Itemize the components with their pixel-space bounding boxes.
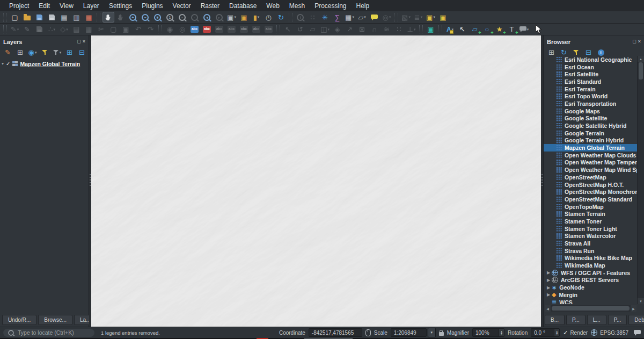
browser-item[interactable]: Mapzen Global Terrain (544, 144, 637, 152)
expand-icon[interactable]: ▶ (547, 278, 552, 283)
menu-mesh[interactable]: Mesh (284, 2, 310, 10)
scale-combobox[interactable]: 1:206849 (391, 328, 427, 337)
menu-edit[interactable]: Edit (34, 2, 55, 10)
survey-tool-icon[interactable]: ⊥▾ (406, 24, 418, 35)
label-config-1-icon[interactable]: abc (214, 24, 225, 35)
field-calculator-icon[interactable]: ▦ (83, 24, 95, 35)
left-dock-tab[interactable]: Browse... (38, 315, 72, 325)
browser-item[interactable]: ▶ArcGIS REST Servers (544, 277, 637, 284)
menu-raster[interactable]: Raster (196, 2, 224, 10)
grid-options-icon[interactable]: ∷ (393, 24, 405, 35)
browser-item[interactable]: Stamen Terrain (544, 210, 637, 218)
right-dock-tab[interactable]: Debu... (628, 315, 644, 325)
layer-item-mapzen-global-terrain[interactable]: ▾ ✓ Mapzen Global Terrain (0, 60, 89, 68)
options-icon[interactable]: ✳ (319, 12, 331, 23)
scale-dropdown-icon[interactable]: ▾ (428, 328, 436, 337)
right-dock-tab[interactable]: B... (545, 315, 565, 325)
crs-status-button[interactable]: EPSG:3857 (591, 329, 628, 336)
close-panel-icon[interactable]: × (83, 39, 85, 44)
browser-item[interactable]: Google Terrain Hybrid (544, 137, 637, 145)
browser-item[interactable]: OpenStreetMap Standard (544, 196, 637, 203)
temporal-controller-icon[interactable]: ◷ (263, 12, 275, 23)
pin-labels-icon[interactable]: ◉ (164, 24, 176, 35)
browser-item[interactable]: Open Weather Map Clouds (544, 152, 637, 159)
lock-scale-icon[interactable] (439, 332, 444, 336)
filter-legend-icon[interactable] (40, 48, 50, 57)
highlight-labels-icon[interactable]: ◎ (177, 24, 188, 35)
new-print-layout-icon[interactable]: ▤ (58, 12, 70, 23)
modify-attributes-icon[interactable]: ▤ (71, 24, 83, 35)
style-manager-icon[interactable]: ▦ (83, 12, 95, 23)
scroll-right-icon[interactable]: ▶ (631, 305, 636, 312)
label-config-4-icon[interactable]: abc (251, 24, 262, 35)
browser-item[interactable]: OpenStreetMap H.O.T. (544, 181, 637, 189)
browser-item[interactable]: Google Satellite (544, 115, 637, 122)
browser-item[interactable]: Open Weather Map Temperature (544, 159, 637, 167)
right-dock-tab[interactable]: P... (566, 315, 586, 325)
browser-item[interactable]: Google Maps (544, 107, 637, 115)
save-project-icon[interactable] (34, 12, 46, 23)
browser-item[interactable]: OpenStreetMap (544, 174, 637, 181)
scroll-down-icon[interactable]: ▼ (638, 298, 644, 304)
browser-item[interactable]: Strava All (544, 240, 637, 247)
browser-item[interactable]: Google Terrain (544, 129, 637, 137)
move-label-icon[interactable]: ↖ (282, 24, 294, 35)
copy-style-icon[interactable]: ▣▾ (425, 12, 437, 23)
change-label-icon[interactable]: ▱ (307, 24, 319, 35)
snapping-options-icon[interactable]: ∩ (369, 24, 380, 35)
float-panel-icon[interactable]: ◻ (632, 39, 636, 44)
scroll-up-icon[interactable]: ▲ (638, 56, 644, 62)
magnifier-spinbox[interactable]: 100% ▲▼ (472, 328, 504, 337)
expand-icon[interactable]: ▶ (547, 270, 552, 275)
browser-item[interactable]: Strava Run (544, 247, 637, 255)
zoom-to-selection-icon[interactable]: ▫ (189, 12, 201, 23)
paste-features-icon[interactable]: ▣ (120, 24, 132, 35)
render-checkbox[interactable]: ✓ Render (563, 329, 588, 336)
menu-vector[interactable]: Vector (168, 2, 196, 10)
paste-style-icon[interactable]: ▣ (437, 12, 449, 23)
expand-all-icon[interactable]: ⊞ (64, 48, 75, 57)
show-hidden-layers-icon[interactable]: ▣ (425, 24, 437, 35)
browser-item[interactable]: Stamen Toner Light (544, 225, 637, 233)
select-features-icon[interactable]: ▧▾ (400, 12, 412, 23)
save-layer-edits-icon[interactable] (34, 24, 46, 35)
identify-features-icon[interactable]: i (295, 12, 306, 23)
browser-item[interactable]: Esri Satellite (544, 70, 637, 78)
form-annotation-icon[interactable]: ▾ (518, 24, 530, 35)
copy-features-icon[interactable]: ▢ (108, 24, 120, 35)
save-project-as-icon[interactable] (46, 12, 58, 23)
menu-layer[interactable]: Layer (78, 2, 104, 10)
toggle-editing-icon[interactable]: ✎ (21, 24, 33, 35)
menu-project[interactable]: Project (4, 2, 34, 10)
layer-expander-icon[interactable]: ▾ (2, 61, 4, 66)
layer-labeling-rules-icon[interactable]: abc (201, 24, 213, 35)
digitizing-tools-icon[interactable]: ∴▾ (46, 24, 58, 35)
browser-item[interactable]: Wikimedia Hike Bike Map (544, 255, 637, 262)
mouse-extents-toggle-icon[interactable] (365, 329, 371, 336)
messages-button-icon[interactable] (634, 330, 641, 334)
add-group-icon[interactable]: ⊞ (15, 48, 26, 57)
menu-web[interactable]: Web (261, 2, 284, 10)
new-spatial-bookmark-icon[interactable]: ◎▾ (381, 12, 393, 23)
map-canvas[interactable] (91, 35, 541, 327)
expand-icon[interactable]: ▶ (547, 292, 552, 297)
open-layer-styling-icon[interactable]: ✎ (3, 48, 13, 57)
menu-processing[interactable]: Processing (310, 2, 351, 10)
open-project-icon[interactable] (21, 12, 33, 23)
zoom-native-icon[interactable]: 1 (164, 12, 176, 23)
browser-item[interactable]: ▶WFS / OGC API - Features (544, 269, 637, 277)
browser-item[interactable]: Open Weather Map Wind Speed (544, 166, 637, 174)
menu-database[interactable]: Database (224, 2, 261, 10)
run-feature-action-icon[interactable]: ∷ (307, 12, 319, 23)
show-layout-manager-icon[interactable]: ▥ (71, 12, 83, 23)
measure-icon[interactable]: ▱▾ (356, 12, 368, 23)
browser-item[interactable]: Esri Terrain (544, 85, 637, 93)
spinner-arrows-icon[interactable]: ▲▼ (554, 329, 559, 336)
main-annotation-layer-icon[interactable]: A▾ (444, 24, 456, 35)
browser-item[interactable]: ▶∗GeoNode (544, 284, 637, 291)
pin-diagram-icon[interactable]: ◈ (332, 24, 343, 35)
scroll-left-icon[interactable]: ◀ (545, 305, 551, 312)
trace-icon[interactable]: ≋ (381, 24, 393, 35)
browser-item[interactable]: Wikimedia Map (544, 262, 637, 269)
zoom-to-layer-icon[interactable]: ▫ (177, 12, 188, 23)
